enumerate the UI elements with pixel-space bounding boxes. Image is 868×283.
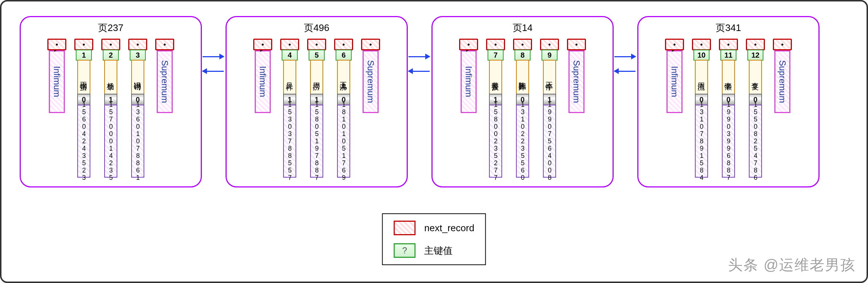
legend-box: next_record ? 主键值 [382,213,486,265]
infimum-label: Infimum [461,50,477,113]
record-column: 3冯诩钶013601078861 [128,39,147,178]
page-link-arrow-left [203,71,224,72]
next-record-header [773,39,792,50]
primary-key-value: 11 [720,50,736,61]
record-phone: 15800235277 [489,105,502,178]
primary-key-value: 4 [282,50,298,61]
record-column: 2杨蕈115700014235 [101,39,120,178]
record-phone: 13107891584 [695,105,708,178]
next-record-header [719,39,738,50]
record-name: 王钢蛋 [77,60,90,94]
record-phone: 15604243523 [77,105,90,178]
next-record-header [692,39,711,50]
record-column: 9王悴个119907564008 [540,39,559,178]
record-name: 冯诩钶 [131,60,144,94]
infimum-column: Infimum [459,39,478,113]
records-row: Infimum1王钢蛋0156042435232杨蕈1157000142353冯… [28,39,193,178]
supremum-label: Supremum [568,50,584,113]
supremum-column: Supremum [567,39,586,113]
primary-key-value: 3 [130,50,146,61]
record-name: 周流 [695,60,708,94]
page-title: 页496 [234,22,399,34]
page-title: 页237 [28,22,193,34]
page-title: 页341 [646,22,811,34]
infimum-label: Infimum [49,50,65,113]
next-record-header [101,39,120,50]
legend-swatch-primary-key: ? [394,243,415,258]
next-record-header [74,39,93,50]
legend-label-primary-key: 主键值 [424,244,453,257]
infimum-column: Infimum [665,39,684,113]
record-phone: 19907564008 [543,105,556,178]
infimum-label: Infimum [666,50,683,113]
record-column: 12李复015508254786 [746,39,765,178]
record-phone: 19903996887 [722,105,735,178]
primary-key-value: 9 [541,50,558,61]
record-name: 王儿濞 [337,60,350,94]
record-phone: 13601078861 [131,105,144,178]
primary-key-value: 7 [488,50,504,61]
record-name: 吴祥 [283,60,296,94]
primary-key-value: 6 [336,50,352,61]
legend-row-primary-key: ? 主键值 [394,243,474,258]
next-record-header [513,39,532,50]
next-record-header [128,39,147,50]
record-name: 李懒 [722,60,735,94]
infimum-column: Infimum [47,39,66,113]
record-name: 周捞 [310,60,323,94]
next-record-header [334,39,353,50]
page-link-arrow-right [203,56,224,57]
next-record-header [746,39,765,50]
next-record-header [665,39,684,50]
primary-key-value: 12 [747,50,763,61]
page-box: 页341Infimum10周流01310789158411李懒019903996… [637,16,820,187]
record-column: 7黄娶投115800235277 [486,39,505,178]
primary-key-value: 10 [693,50,709,61]
record-name: 陈鹏炸 [516,60,529,94]
primary-key-value: 2 [103,50,119,61]
legend-row-next-record: next_record [394,221,474,235]
record-phone: 13102235560 [516,105,529,178]
legend-label-next-record: next_record [424,222,474,234]
next-record-header [567,39,586,50]
supremum-column: Supremum [773,39,792,113]
record-column: 8陈鹏炸013102235560 [513,39,532,178]
next-record-header [280,39,299,50]
record-name: 黄娶投 [489,60,502,94]
records-row: Infimum7黄娶投1158002352778陈鹏炸0131022355609… [440,39,605,178]
legend-swatch-next-record [394,221,415,235]
primary-key-value: 8 [515,50,531,61]
records-row: Infimum4吴祥1153037885575周捞1158051978876王儿… [234,39,399,178]
record-phone: 15508254786 [749,105,762,178]
record-column: 1王钢蛋015604243523 [74,39,93,178]
record-name: 王悴个 [543,60,556,94]
record-column: 4吴祥115303788557 [280,39,299,178]
page-link-arrow-right [614,56,636,57]
next-record-header [361,39,380,50]
next-record-header [307,39,326,50]
next-record-header [155,39,174,50]
infimum-column: Infimum [253,39,272,113]
supremum-column: Supremum [155,39,174,113]
supremum-label: Supremum [157,50,173,113]
pages-row: 页237Infimum1王钢蛋0156042435232杨蕈1157000142… [20,16,820,187]
page-link-arrow-left [614,71,636,72]
page-link-arrow-left [408,71,430,72]
next-record-header [459,39,478,50]
next-record-header [47,39,66,50]
record-phone: 15303788557 [283,105,296,178]
record-name: 杨蕈 [104,60,117,94]
watermark-text: 头条 @运维老男孩 [728,255,856,275]
supremum-label: Supremum [363,50,379,113]
next-record-header [253,39,272,50]
infimum-label: Infimum [255,50,271,113]
record-name: 李复 [749,60,762,94]
record-phone: 15700014235 [104,105,117,178]
record-column: 11李懒019903996887 [719,39,738,178]
page-link-arrow-right [408,56,430,57]
primary-key-value: 5 [309,50,325,61]
page-box: 页237Infimum1王钢蛋0156042435232杨蕈1157000142… [20,16,202,187]
record-column: 10周流013107891584 [692,39,711,178]
primary-key-value: 1 [76,50,92,61]
next-record-header [486,39,505,50]
